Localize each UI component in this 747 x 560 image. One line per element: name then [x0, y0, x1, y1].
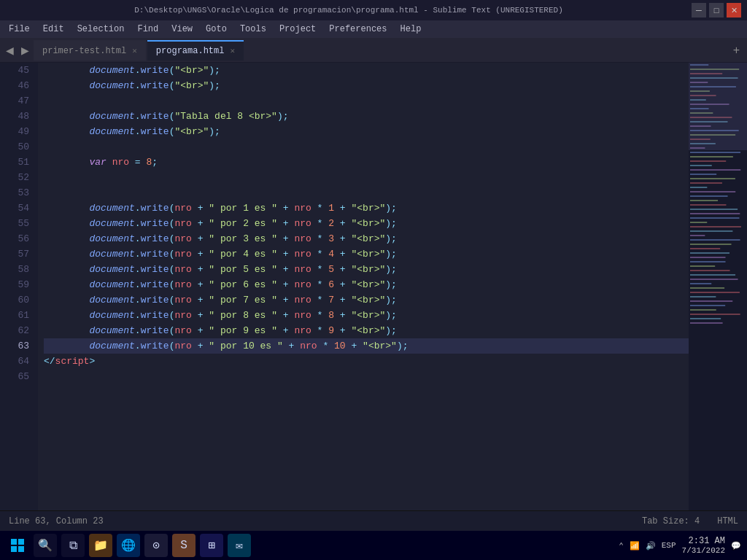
svg-rect-3	[18, 546, 24, 552]
menu-tools[interactable]: Tools	[234, 23, 272, 36]
code-line-64: </script>	[44, 354, 689, 369]
minimap	[689, 63, 747, 510]
menu-file[interactable]: File	[3, 23, 36, 36]
tab-size[interactable]: Tab Size: 4	[642, 516, 700, 526]
mail-taskbar-icon[interactable]: ✉	[228, 534, 251, 557]
explorer-taskbar-icon[interactable]: 📁	[89, 534, 112, 557]
code-line-47	[44, 93, 689, 109]
menu-bar: File Edit Selection Find View Goto Tools…	[0, 20, 747, 38]
code-line-55: document.write(nro + " por 2 es " + nro …	[44, 216, 689, 231]
windows-logo-icon	[11, 539, 24, 552]
taskbar-up-arrow[interactable]: ⌃	[619, 541, 624, 551]
svg-rect-1	[18, 539, 24, 545]
edge-taskbar-icon[interactable]: 🌐	[117, 534, 140, 557]
status-bar: Line 63, Column 23 Tab Size: 4 HTML	[0, 510, 747, 531]
cursor-position: Line 63, Column 23	[9, 516, 104, 526]
code-line-51: var nro = 8;	[44, 155, 689, 170]
code-line-61: document.write(nro + " por 8 es " + nro …	[44, 308, 689, 323]
code-line-59: document.write(nro + " por 6 es " + nro …	[44, 277, 689, 292]
tab-close-icon[interactable]: ✕	[132, 46, 137, 55]
code-line-53	[44, 185, 689, 201]
taskbar-wifi-icon[interactable]: 📶	[630, 541, 640, 551]
tab-next-button[interactable]: ▶	[18, 40, 32, 61]
minimize-button[interactable]: ─	[692, 3, 706, 18]
svg-rect-0	[11, 539, 17, 545]
title-text: D:\Desktop\UNGS\Oracle\Logica de program…	[6, 6, 692, 15]
tab-label: primer-test.html	[42, 46, 126, 56]
menu-project[interactable]: Project	[274, 23, 322, 36]
code-area[interactable]: document.write("<br>"); document.write("…	[38, 63, 689, 510]
tab-programa[interactable]: programa.html ✕	[147, 40, 244, 61]
code-line-58: document.write(nro + " por 5 es " + nro …	[44, 262, 689, 277]
line-numbers: 45 46 47 48 49 50 51 52 53 54 55 56 57 5…	[0, 63, 38, 510]
editor-container: 45 46 47 48 49 50 51 52 53 54 55 56 57 5…	[0, 63, 747, 510]
clock-time: 2:31 AM	[682, 536, 725, 546]
search-taskbar-button[interactable]: 🔍	[34, 534, 57, 557]
taskbar-language[interactable]: ESP	[662, 541, 676, 550]
code-line-57: document.write(nro + " por 4 es " + nro …	[44, 246, 689, 262]
title-bar: D:\Desktop\UNGS\Oracle\Logica de program…	[0, 0, 747, 20]
taskbar: 🔍 ⧉ 📁 🌐 ⊙ S ⊞ ✉ ⌃ 📶 🔊 ESP 2:31 AM 7/31/2…	[0, 531, 747, 560]
close-button[interactable]: ✕	[727, 3, 741, 18]
sublime-taskbar-icon[interactable]: S	[172, 534, 196, 557]
language-indicator[interactable]: HTML	[717, 516, 738, 526]
code-line-54: document.write(nro + " por 1 es " + nro …	[44, 201, 689, 216]
window-controls: ─ □ ✕	[692, 3, 741, 18]
menu-help[interactable]: Help	[395, 23, 427, 36]
code-line-60: document.write(nro + " por 7 es " + nro …	[44, 292, 689, 308]
code-line-56: document.write(nro + " por 3 es " + nro …	[44, 231, 689, 246]
clock[interactable]: 2:31 AM 7/31/2022	[682, 536, 725, 555]
menu-selection[interactable]: Selection	[71, 23, 131, 36]
status-right: Tab Size: 4 HTML	[642, 516, 738, 526]
tab-close-icon[interactable]: ✕	[230, 46, 235, 55]
minimap-viewport	[689, 63, 747, 150]
svg-rect-2	[11, 546, 17, 552]
code-line-63: document.write(nro + " por 10 es " + nro…	[44, 338, 689, 354]
taskbar-right: ⌃ 📶 🔊 ESP 2:31 AM 7/31/2022 💬	[619, 536, 741, 555]
restore-button[interactable]: □	[709, 3, 724, 18]
task-view-button[interactable]: ⧉	[61, 534, 85, 557]
code-line-48: document.write("Tabla del 8 <br>");	[44, 109, 689, 124]
code-line-62: document.write(nro + " por 9 es " + nro …	[44, 323, 689, 338]
tab-prev-button[interactable]: ◀	[3, 40, 17, 61]
code-line-52	[44, 170, 689, 185]
menu-view[interactable]: View	[166, 23, 198, 36]
code-line-65	[44, 369, 689, 384]
menu-goto[interactable]: Goto	[200, 23, 233, 36]
code-line-49: document.write("<br>");	[44, 124, 689, 139]
windows-security-icon[interactable]: ⊞	[200, 534, 223, 557]
taskbar-left: 🔍 ⧉ 📁 🌐 ⊙ S ⊞ ✉	[6, 534, 251, 557]
windows-start-button[interactable]	[6, 534, 29, 557]
menu-preferences[interactable]: Preferences	[323, 23, 392, 36]
tab-label: programa.html	[156, 46, 225, 56]
taskbar-notification-icon[interactable]: 💬	[731, 541, 741, 551]
code-line-45: document.write("<br>");	[44, 63, 689, 78]
clock-date: 7/31/2022	[682, 546, 725, 555]
menu-find[interactable]: Find	[131, 23, 164, 36]
tab-primer-test[interactable]: primer-test.html ✕	[34, 40, 146, 61]
tab-bar: ◀ ▶ primer-test.html ✕ programa.html ✕ +	[0, 38, 747, 63]
menu-edit[interactable]: Edit	[37, 23, 70, 36]
code-line-50	[44, 139, 689, 155]
code-line-46: document.write("<br>");	[44, 78, 689, 93]
taskbar-volume-icon[interactable]: 🔊	[646, 541, 656, 551]
tab-add-button[interactable]: +	[729, 44, 744, 57]
chrome-taskbar-icon[interactable]: ⊙	[144, 534, 168, 557]
